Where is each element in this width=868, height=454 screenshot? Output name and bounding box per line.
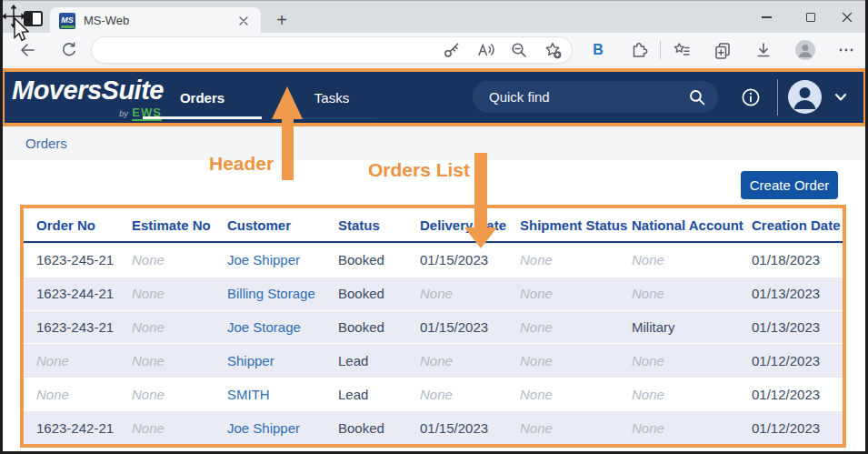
maximize-button[interactable] [793,1,829,34]
b-extension-icon[interactable]: B [589,41,607,59]
cell-order_no: 1623-245-21 [24,252,119,267]
customer-link[interactable]: Billing Storage [215,286,325,301]
cell-order_no: None [24,387,119,402]
orders-list-annotation-label: Orders List [368,159,470,181]
cell-estimate_no: None [119,353,215,368]
cell-order_no: 1623-242-21 [24,420,119,436]
profile-icon[interactable] [795,40,815,60]
cell-estimate_no: None [119,252,215,267]
cell-creation_date: 01/12/2023 [739,387,843,402]
column-header-national_account[interactable]: National Account [619,217,739,233]
cell-national_account: None [619,286,739,301]
browser-tab-bar: MS MS-Web + [0,0,868,33]
chevron-down-icon[interactable] [833,92,848,103]
customer-link[interactable]: SMITH [215,387,325,402]
downloads-icon[interactable] [754,41,773,59]
orders-list-annotation-arrow [474,153,487,228]
column-header-shipment_status[interactable]: Shipment Status [507,217,619,233]
cell-estimate_no: None [119,387,215,402]
cell-estimate_no: None [119,420,215,436]
column-header-status[interactable]: Status [325,217,407,233]
column-header-creation_date[interactable]: Creation Date [739,217,843,233]
back-icon[interactable] [18,41,36,59]
cell-status: Lead [325,353,407,368]
user-avatar-icon[interactable] [788,80,822,114]
browser-window: MS MS-Web + [0,0,868,454]
extensions-icon[interactable] [630,41,648,59]
key-icon[interactable] [443,41,461,59]
column-header-estimate_no[interactable]: Estimate No [119,217,215,233]
customer-link[interactable]: Joe Shipper [215,420,325,436]
customer-link[interactable]: Joe Shipper [215,252,325,267]
info-icon[interactable] [741,87,761,107]
close-button[interactable] [829,1,865,34]
cell-delivery_date: None [407,286,507,301]
cell-status: Lead [325,387,407,402]
cell-status: Booked [325,252,407,267]
orders-table-row[interactable]: 1623-243-21NoneJoe StorageBooked01/15/20… [24,310,843,344]
collections-icon[interactable] [713,41,732,59]
cell-national_account: None [619,252,739,267]
moverssuite-logo: MoversSuite by EWS [12,76,164,104]
ms-web-favicon: MS [59,13,75,29]
cell-creation_date: 01/12/2023 [739,353,843,368]
orders-table-row[interactable]: 1623-245-21NoneJoe ShipperBooked01/15/20… [24,243,843,277]
orders-table-row[interactable]: 1623-244-21NoneBilling StorageBookedNone… [24,277,843,310]
add-favorite-icon[interactable] [544,41,562,59]
header-annotation-arrow [282,119,294,180]
browser-tab[interactable]: MS MS-Web [50,7,261,34]
cell-shipment_status: None [507,387,619,402]
orders-table-row[interactable]: 1623-242-21NoneJoe ShipperBooked01/15/20… [24,410,843,444]
cell-creation_date: 01/12/2023 [739,420,843,436]
favorites-icon[interactable] [673,41,691,59]
zoom-out-icon[interactable] [510,41,528,59]
header-annotation-arrowhead [272,86,303,119]
orders-list-annotation-arrowhead [464,227,497,248]
orders-table-row[interactable]: NoneNoneShipperLeadNoneNoneNone01/12/202… [24,343,843,377]
cell-national_account: None [619,353,739,368]
search-icon[interactable] [688,88,706,106]
cell-creation_date: 01/13/2023 [739,286,843,301]
new-tab-button[interactable]: + [270,8,294,32]
header-annotation-box: MoversSuite by EWS Orders Tasks [1,68,867,126]
breadcrumb[interactable]: Orders [0,126,868,160]
create-order-button[interactable]: Create Order [741,171,838,199]
header-divider [777,79,778,116]
more-icon[interactable] [837,41,855,59]
cell-status: Booked [325,319,407,335]
customer-link[interactable]: Joe Storage [215,319,325,335]
customer-link[interactable]: Shipper [215,353,325,368]
orders-list-annotation-box: Order NoEstimate NoCustomerStatusDeliver… [20,205,846,448]
refresh-icon[interactable] [60,41,78,59]
read-aloud-icon[interactable] [476,41,494,59]
cell-national_account: None [619,387,739,402]
address-bar[interactable] [91,36,573,64]
quick-find-input[interactable] [473,81,718,113]
cell-shipment_status: None [507,252,619,267]
cell-shipment_status: None [507,420,619,436]
orders-table-row[interactable]: NoneNoneSMITHLeadNoneNoneNone01/12/2023 [24,377,843,410]
nav-tab-orders[interactable]: Orders [143,72,262,123]
cell-delivery_date: 01/15/2023 [407,319,507,335]
cell-status: Booked [325,420,407,436]
tab-close-icon[interactable] [235,13,252,29]
minimize-button[interactable] [748,1,784,34]
cell-national_account: None [619,420,739,436]
column-header-order_no[interactable]: Order No [24,217,119,233]
mouse-cursor [2,5,38,43]
cell-shipment_status: None [507,286,619,301]
window-border [0,0,3,454]
orders-table: Order NoEstimate NoCustomerStatusDeliver… [24,208,843,444]
orders-table-header: Order NoEstimate NoCustomerStatusDeliver… [24,208,843,243]
cell-delivery_date: None [407,387,507,402]
cell-status: Booked [325,286,407,301]
column-header-customer[interactable]: Customer [215,217,325,233]
cell-shipment_status: None [507,319,619,335]
ms-web-page: MoversSuite by EWS Orders Tasks [0,67,868,454]
cell-estimate_no: None [119,286,215,301]
cell-order_no: None [24,353,119,368]
cell-shipment_status: None [507,353,619,368]
app-header: MoversSuite by EWS Orders Tasks [5,72,863,123]
cell-delivery_date: 01/15/2023 [407,420,507,436]
cell-estimate_no: None [119,319,215,335]
